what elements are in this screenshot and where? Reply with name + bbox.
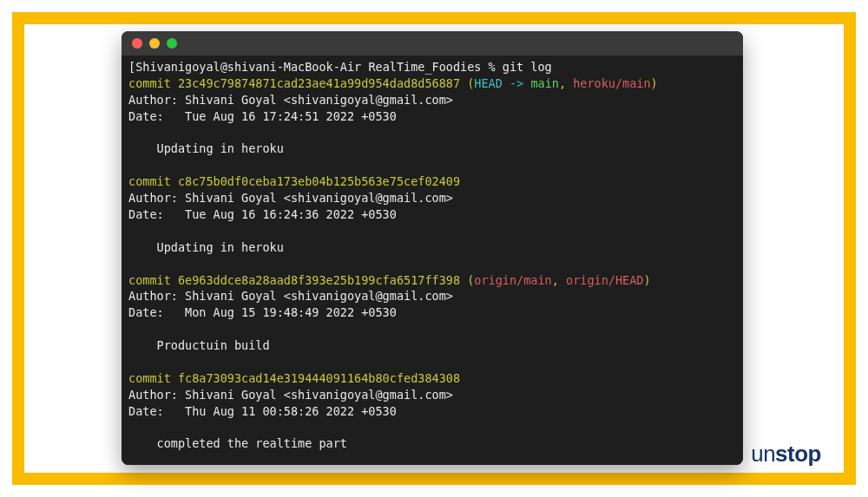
commit-hash: fc8a73093cad14e319444091164b80cfed384308 xyxy=(178,371,460,385)
head-ref: HEAD xyxy=(474,76,503,90)
arrow-icon: -> xyxy=(510,76,523,90)
brand-logo: unstop xyxy=(751,441,821,468)
shell-prompt: [Shivanigoyal@shivani-MacBook-Air RealTi… xyxy=(128,60,552,74)
page-frame: [Shivanigoyal@shivani-MacBook-Air RealTi… xyxy=(12,12,856,485)
ref-close-paren: ) xyxy=(643,273,650,287)
ref-separator: , xyxy=(559,76,566,90)
maximize-icon[interactable] xyxy=(167,38,177,49)
commit-hash: 6e963ddce8a28aad8f393e25b199cfa6517ff398 xyxy=(178,273,460,287)
terminal-window: [Shivanigoyal@shivani-MacBook-Air RealTi… xyxy=(122,31,743,465)
date-line: Date: Tue Aug 16 16:24:36 2022 +0530 xyxy=(128,207,397,221)
commit-message: Productuin build xyxy=(128,338,270,352)
commit-label: commit xyxy=(128,273,171,287)
date-line: Date: Mon Aug 15 19:48:49 2022 +0530 xyxy=(128,305,397,319)
date-line: Date: Tue Aug 16 17:24:51 2022 +0530 xyxy=(128,109,397,123)
minimize-icon[interactable] xyxy=(149,38,160,49)
window-titlebar xyxy=(122,31,743,56)
commit-message: Updating in heroku xyxy=(128,141,284,155)
logo-text-prefix: un xyxy=(751,441,775,468)
close-icon[interactable] xyxy=(132,38,142,49)
commit-label: commit xyxy=(128,371,171,385)
remote-ref: origin/HEAD xyxy=(566,273,643,287)
author-line: Author: Shivani Goyal <shivanigoyal@gmai… xyxy=(128,388,453,402)
ref-close-paren: ) xyxy=(651,76,658,90)
commit-hash: 23c49c79874871cad23ae41a99d954dad8d56887 xyxy=(178,76,460,90)
date-line: Date: Thu Aug 11 00:58:26 2022 +0530 xyxy=(128,404,397,418)
branch-ref: main xyxy=(530,76,559,90)
commit-label: commit xyxy=(128,174,171,188)
commit-label: commit xyxy=(128,76,171,90)
commit-hash: c8c75b0df0ceba173eb04b125b563e75cef02409 xyxy=(178,174,460,188)
commit-message: Updating in heroku xyxy=(128,240,284,254)
terminal-output[interactable]: [Shivanigoyal@shivani-MacBook-Air RealTi… xyxy=(122,56,743,465)
remote-ref: heroku/main xyxy=(573,76,650,90)
commit-message: completed the realtime part xyxy=(128,436,347,450)
ref-separator: , xyxy=(552,273,559,287)
remote-ref: origin/main xyxy=(474,273,551,287)
author-line: Author: Shivani Goyal <shivanigoyal@gmai… xyxy=(128,289,453,303)
author-line: Author: Shivani Goyal <shivanigoyal@gmai… xyxy=(128,191,453,205)
author-line: Author: Shivani Goyal <shivanigoyal@gmai… xyxy=(128,93,453,107)
logo-text-suffix: stop xyxy=(775,441,821,468)
